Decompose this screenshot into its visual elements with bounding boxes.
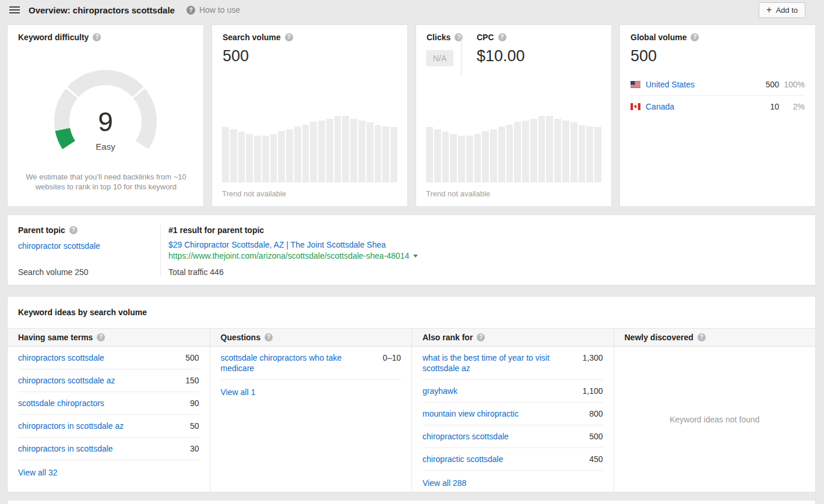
global-volume-card: Global volume 500 United States 500 100%	[619, 24, 816, 207]
keyword-link[interactable]: chiropractors scottsdale az	[18, 375, 115, 386]
column-header-label: Having same terms	[18, 333, 93, 342]
column-body: chiropractors scottsdale 500 chiropracto…	[8, 347, 210, 492]
parent-topic-keyword-link[interactable]: chiropractor scottsdale	[18, 241, 100, 251]
help-icon[interactable]	[498, 33, 506, 41]
trend-bar	[538, 116, 545, 182]
add-to-button[interactable]: Add to	[759, 2, 805, 18]
view-all-link[interactable]: View all 32	[18, 460, 199, 485]
trend-bar	[326, 119, 333, 182]
trend-bar	[434, 129, 441, 182]
column-newly-discovered: Newly discovered Keyword ideas not found	[614, 328, 816, 492]
trend-bar	[426, 127, 433, 182]
country-row: United States 500 100%	[631, 73, 805, 96]
plus-icon	[766, 5, 772, 15]
top-bar: Overview: chiropractors scottsdale How t…	[0, 0, 824, 20]
country-values: 500 100%	[766, 80, 805, 89]
card-title: Global volume	[631, 33, 699, 42]
trend-bar	[286, 129, 293, 182]
trend-bar	[579, 125, 586, 182]
country-row: Canada 10 2%	[631, 96, 805, 117]
trend-bar	[554, 119, 561, 182]
keyword-row: mountain view chiropractic 800	[422, 403, 603, 425]
help-icon[interactable]	[93, 33, 101, 41]
country-link[interactable]: Canada	[646, 102, 674, 111]
keyword-row: chiropractors scottsdale az 150	[18, 369, 199, 392]
trend-bar	[522, 121, 529, 182]
help-icon[interactable]	[455, 33, 463, 41]
difficulty-value: 9	[8, 106, 203, 138]
help-icon[interactable]	[97, 333, 105, 341]
help-icon[interactable]	[265, 333, 273, 341]
clicks-na-badge: N/A	[426, 50, 453, 66]
keyword-link[interactable]: chiropractors in scottsdale az	[18, 421, 124, 431]
trend-bar	[318, 121, 325, 182]
keyword-volume: 800	[589, 408, 603, 419]
chevron-down-icon[interactable]	[413, 255, 418, 258]
help-icon[interactable]	[698, 333, 706, 341]
trend-bar	[375, 125, 382, 182]
trend-bar	[506, 125, 513, 182]
difficulty-note: We estimate that you’ll need backlinks f…	[13, 172, 199, 192]
total-traffic: Total traffic 446	[168, 267, 224, 277]
keyword-difficulty-card: Keyword difficulty 9 Easy We estimate th…	[7, 24, 204, 207]
keyword-link[interactable]: mountain view chiropractic	[422, 408, 519, 419]
search-volume-card: Search volume 500 Trend not available	[212, 24, 408, 207]
trend-bar	[246, 134, 253, 182]
keyword-link[interactable]: scottsdale chiropractors who take medica…	[221, 353, 358, 373]
keyword-row: grayhawk 1,100	[422, 380, 603, 403]
help-icon[interactable]	[69, 226, 78, 234]
trend-bar	[390, 127, 397, 182]
keyword-link[interactable]: chiropractors in scottsdale	[18, 443, 113, 454]
trend-note: Trend not available	[426, 189, 490, 198]
country-percent: 2%	[779, 102, 805, 111]
clicks-title: Clicks	[427, 33, 450, 42]
us-flag-icon	[631, 81, 640, 88]
help-icon[interactable]	[477, 333, 485, 341]
result-url-link[interactable]: https://www.thejoint.com/arizona/scottsd…	[168, 251, 418, 260]
column-header-label: Also rank for	[422, 333, 473, 342]
column-questions: Questions scottsdale chiropractors who t…	[210, 328, 412, 492]
trend-bar	[382, 126, 389, 182]
help-icon[interactable]	[691, 33, 699, 41]
trend-bar	[278, 131, 285, 182]
keyword-row: chiropractors in scottsdale az 50	[18, 415, 199, 438]
keyword-link[interactable]: chiropractic scottsdale	[422, 454, 503, 464]
menu-icon[interactable]	[9, 6, 20, 14]
result-title-link[interactable]: $29 Chiropractor Scottsdale, AZ | The Jo…	[168, 240, 386, 249]
keyword-row: scottsdale chiropractors 90	[18, 392, 199, 415]
trend-bar	[294, 126, 301, 182]
help-icon[interactable]	[285, 33, 293, 41]
keyword-link[interactable]: what is the best time of year to visit s…	[422, 353, 559, 373]
next-section-edge	[7, 500, 816, 504]
view-all-link[interactable]: View all 1	[221, 380, 402, 404]
keyword-row: chiropractic scottsdale 450	[422, 448, 603, 471]
country-link[interactable]: United States	[646, 80, 695, 89]
keyword-row: chiropractors scottsdale 500	[18, 347, 199, 369]
country-percent: 100%	[779, 80, 805, 89]
keyword-volume: 150	[185, 375, 199, 386]
keyword-link[interactable]: grayhawk	[422, 386, 457, 396]
trend-bar	[254, 136, 261, 182]
how-to-use-link[interactable]: How to use	[186, 5, 240, 15]
keyword-link[interactable]: chiropractors scottsdale	[18, 353, 104, 363]
view-all-link[interactable]: View all 288	[422, 471, 603, 495]
trend-bar	[514, 122, 521, 182]
search-volume-title: Search volume	[223, 33, 281, 42]
keyword-ideas-title: Keyword ideas by search volume	[18, 308, 147, 317]
result-url: https://www.thejoint.com/arizona/scottsd…	[168, 251, 409, 260]
keyword-volume: 90	[190, 398, 199, 408]
keyword-link[interactable]: chiropractors scottsdale	[422, 431, 509, 442]
trend-bar	[342, 116, 349, 182]
column-header-label: Questions	[221, 333, 260, 342]
column-having-same-terms: Having same terms chiropractors scottsda…	[8, 328, 210, 492]
trend-bar	[594, 127, 601, 182]
page-title: Overview: chiropractors scottsdale	[29, 5, 175, 15]
column-header: Having same terms	[8, 328, 210, 347]
cpc-value: $10.00	[477, 47, 525, 65]
trend-bar	[571, 122, 577, 182]
keyword-link[interactable]: scottsdale chiropractors	[18, 398, 104, 408]
column-header-label: Newly discovered	[625, 333, 693, 342]
empty-state-text: Keyword ideas not found	[614, 347, 816, 492]
ca-flag-icon	[631, 103, 640, 110]
country-volume: 500	[766, 80, 779, 89]
